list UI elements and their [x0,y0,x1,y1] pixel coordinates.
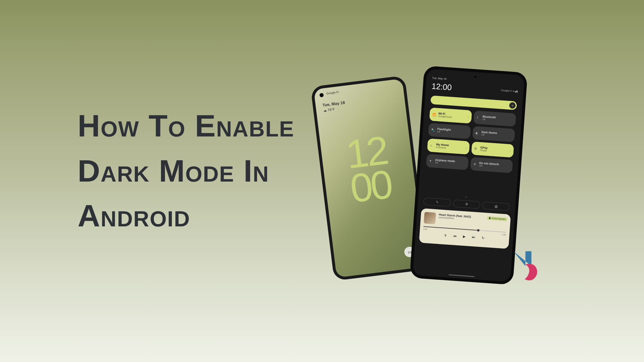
camera-hole-icon [474,75,477,78]
qs-tile-wi-fi[interactable]: 📶Wi-FiGoogleGuest› [429,107,472,124]
qs-time: 12:00 [431,82,452,92]
camera-hole-icon [319,93,324,97]
shuffle-icon[interactable]: ↯ [444,233,447,238]
gesture-nav-bar [449,274,475,277]
power-button[interactable]: ⏻ [482,202,510,211]
next-icon[interactable]: ⏭ [472,235,476,239]
qs-tile-gpay[interactable]: GGPayReady› [471,142,514,158]
tile-icon: ᛒ [477,116,479,119]
qs-tile-bluetooth[interactable]: ᛒBluetoothOff [474,111,516,127]
phone-left-lockscreen: Google Fi Tue, May 18 ☁ 76°F 12 00 ▭ [310,75,428,281]
qs-tile-dark-theme[interactable]: ◐Dark themeOff [472,126,515,142]
tile-icon: ◐ [476,131,478,135]
media-player-card[interactable]: Heart Storm (feat. NAO) serpentwithfeet … [419,208,511,249]
tile-icon: ⊘ [473,162,476,166]
qs-tile-my-home[interactable]: ⌂My Home6 Devices› [427,138,470,155]
tile-icon: 🔦 [431,128,435,132]
brand-logo-icon [506,246,543,283]
title-line-1: How To Enable [78,103,294,149]
clock-minutes: 00 [348,167,392,206]
qs-tiles-grid: 📶Wi-FiGoogleGuest›ᛒBluetoothOff🔦Flashlig… [426,107,516,173]
lockscreen: Google Fi Tue, May 18 ☁ 76°F 12 00 ▭ [314,79,425,278]
chevron-right-icon: › [510,149,511,152]
status-bar-carrier: Google Fi [326,90,339,95]
title-line-2: Dark Mode In [78,149,294,194]
tile-icon: ⌂ [430,144,432,147]
tile-icon: G [474,147,477,150]
previous-icon[interactable]: ⏮ [453,234,457,238]
qs-tile-do-not-disturb[interactable]: ⊘Do not disturbOff [470,157,513,173]
date-weather-widget: Tue, May 18 ☁ 76°F [322,100,346,113]
brightness-slider[interactable]: ☀ [430,95,517,110]
tile-icon: 📶 [432,113,436,116]
progress-thumb-icon [477,229,480,232]
phone-mockups: Google Fi Tue, May 18 ☁ 76°F 12 00 ▭ Tue… [310,69,535,305]
chevron-right-icon: › [465,146,467,149]
media-time-total: 3:32 [502,234,506,236]
qs-tile-flashlight[interactable]: 🔦FlashlightOff [428,123,471,139]
album-art-icon [424,212,436,224]
tile-icon: ✈ [429,159,432,163]
title-line-3: Android [78,193,294,238]
hero-title: How To Enable Dark Mode In Android [78,103,294,238]
media-output-badge[interactable]: 📱 Phone Speaker [487,216,507,221]
status-date: Tue, May 18 [432,76,446,80]
brightness-thumb-icon: ☀ [509,102,516,109]
chevron-right-icon: › [467,115,469,118]
repeat-icon[interactable]: ↻ [482,236,485,240]
qs-tile-airplane-mode[interactable]: ✈Airplane modeOff [426,154,469,170]
play-icon[interactable]: ▶ [463,234,466,239]
edit-tiles-button[interactable]: ✎ [423,197,451,207]
qs-carrier: Google Fi ▾◢▮ [501,89,518,93]
settings-button[interactable]: ⚙ [453,199,480,209]
lockscreen-clock: 12 00 [344,133,392,206]
media-time-current: 2:20 [423,228,427,230]
